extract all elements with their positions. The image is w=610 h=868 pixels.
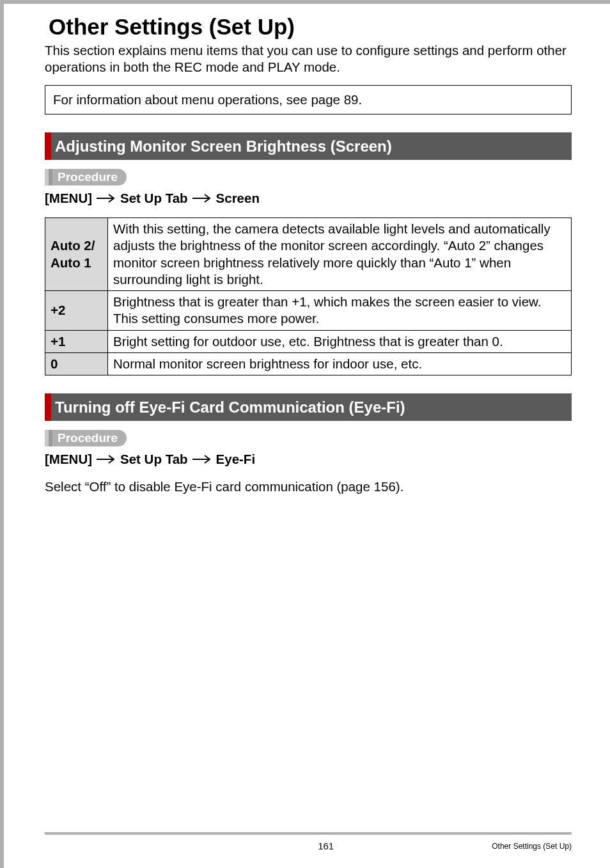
section-body-eyefi: Select “Off” to disable Eye-Fi card comm…: [45, 478, 572, 495]
page-content: Other Settings (Set Up) This section exp…: [0, 0, 610, 495]
section-heading-screen: Adjusting Monitor Screen Brightness (Scr…: [45, 132, 572, 160]
procedure-label: Procedure: [52, 430, 127, 446]
procedure-label: Procedure: [52, 169, 127, 185]
setting-desc: Normal monitor screen brightness for ind…: [108, 352, 572, 375]
page-footer: 161 Other Settings (Set Up): [0, 840, 610, 851]
setting-name: +2: [45, 291, 108, 330]
arrow-right-icon: [192, 194, 212, 203]
intro-text: This section explains menu items that yo…: [45, 42, 572, 75]
setting-desc: With this setting, the camera detects av…: [108, 218, 572, 291]
setting-desc: Bright setting for outdoor use, etc. Bri…: [108, 330, 572, 352]
footer-page-number: 161: [45, 840, 492, 851]
menu-path-part: Set Up Tab: [120, 191, 188, 206]
table-row: +1 Bright setting for outdoor use, etc. …: [45, 330, 572, 352]
procedure-label-row: Procedure: [45, 430, 572, 446]
menu-path-part: Set Up Tab: [120, 452, 188, 467]
menu-path-part: [MENU]: [45, 191, 92, 206]
table-row: 0 Normal monitor screen brightness for i…: [45, 352, 572, 375]
setting-desc: Brightness that is greater than +1, whic…: [108, 291, 572, 330]
menu-path-part: Eye-Fi: [216, 452, 256, 467]
menu-path-part: [MENU]: [45, 452, 92, 467]
setting-name: 0: [45, 352, 108, 375]
table-row: +2 Brightness that is greater than +1, w…: [45, 291, 572, 330]
arrow-right-icon: [96, 194, 116, 203]
arrow-right-icon: [192, 455, 212, 464]
menu-path-eyefi: [MENU] Set Up Tab Eye-Fi: [45, 452, 572, 467]
menu-path-screen: [MENU] Set Up Tab Screen: [45, 191, 572, 206]
menu-path-part: Screen: [216, 191, 260, 206]
info-box: For information about menu operations, s…: [45, 85, 572, 114]
arrow-right-icon: [96, 455, 116, 464]
section-heading-eyefi: Turning off Eye-Fi Card Communication (E…: [45, 393, 572, 421]
settings-table-screen: Auto 2/ Auto 1 With this setting, the ca…: [45, 217, 572, 375]
procedure-label-row: Procedure: [45, 169, 572, 185]
table-row: Auto 2/ Auto 1 With this setting, the ca…: [45, 218, 572, 291]
setting-name: +1: [45, 330, 108, 352]
footer-rule: [45, 832, 572, 835]
setting-name: Auto 2/ Auto 1: [45, 218, 108, 291]
page-title: Other Settings (Set Up): [49, 14, 572, 40]
footer-section-name: Other Settings (Set Up): [492, 842, 572, 851]
